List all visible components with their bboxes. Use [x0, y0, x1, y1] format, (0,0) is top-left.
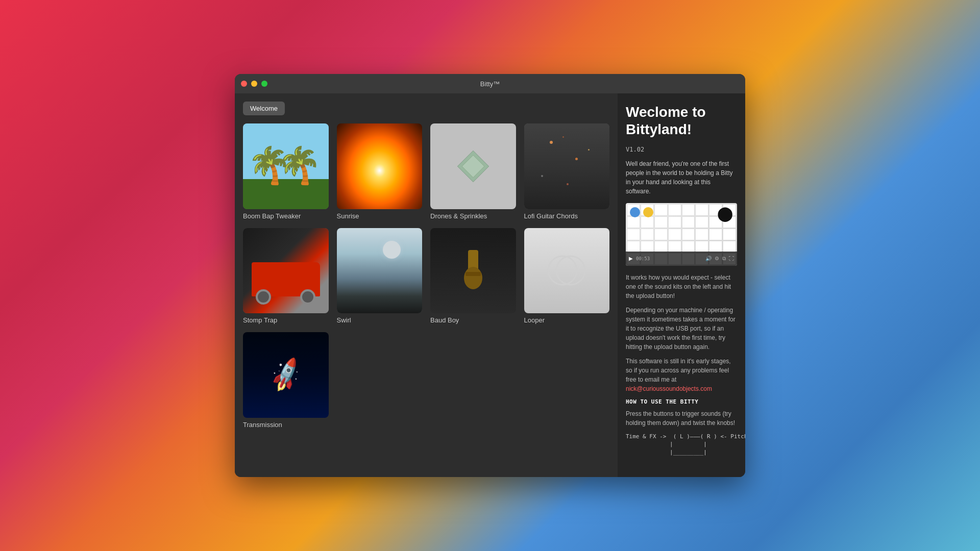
sound-name-lofi: Lofi Guitar Chords — [524, 212, 610, 220]
welcome-intro-text: Well dear friend, you're one of the firs… — [626, 159, 737, 196]
sound-item-transmission[interactable]: 🚀 Transmission — [243, 332, 329, 429]
sound-item-sunrise[interactable]: Sunrise — [337, 123, 423, 220]
window-body: Welcome 🌴 🌴 Boom Bap Tweaker — [235, 93, 745, 477]
titlebar: Bitty™ — [235, 74, 745, 93]
sound-name-baud: Baud Boy — [430, 316, 516, 324]
sound-name-drones: Drones & Sprinkles — [430, 212, 516, 220]
video-overlay-circles — [630, 207, 653, 217]
usb-note-text: Depending on your machine / operating sy… — [626, 306, 737, 352]
main-window: Bitty™ Welcome 🌴 🌴 Boom Bap Tweaker — [235, 74, 745, 477]
fullscreen-icon[interactable]: ⛶ — [729, 256, 734, 261]
traffic-lights — [241, 81, 267, 87]
sound-item-lofi[interactable]: Lofi Guitar Chords — [524, 123, 610, 220]
sound-name-looper: Looper — [524, 316, 610, 324]
sound-thumb-sunrise — [337, 123, 423, 209]
video-time: 00:53 — [636, 256, 650, 261]
sound-item-stomp[interactable]: Stomp Trap — [243, 228, 329, 324]
email-link[interactable]: nick@curioussoundobjects.com — [626, 385, 712, 392]
sound-thumb-boom-bap: 🌴 🌴 — [243, 123, 329, 209]
settings-icon[interactable]: ⚙ — [715, 256, 719, 261]
sound-item-looper[interactable]: Looper — [524, 228, 610, 324]
play-button[interactable]: ▶ — [629, 256, 633, 261]
sound-thumb-looper — [524, 228, 610, 314]
mickey-icon: ⬤ — [717, 205, 733, 222]
circle-yellow — [643, 207, 653, 217]
early-stages-text: This software is still in it's early sta… — [626, 357, 737, 393]
sound-thumb-transmission: 🚀 — [243, 332, 329, 418]
close-button[interactable] — [241, 81, 247, 87]
sound-name-stomp: Stomp Trap — [243, 316, 329, 324]
sound-item-swirl[interactable]: Swirl — [337, 228, 423, 324]
sound-thumb-baud — [430, 228, 516, 314]
how-it-works-text: It works how you would expect - select o… — [626, 273, 737, 300]
video-player[interactable]: ⬤ ▶ 00:53 🔊 ⚙ ⧉ ⛶ — [626, 203, 737, 266]
minimize-button[interactable] — [251, 81, 257, 87]
pip-icon[interactable]: ⧉ — [722, 256, 726, 262]
sound-name-boom-bap: Boom Bap Tweaker — [243, 212, 329, 220]
sound-item-baud[interactable]: Baud Boy — [430, 228, 516, 324]
sound-item-boom-bap[interactable]: 🌴 🌴 Boom Bap Tweaker — [243, 123, 329, 220]
maximize-button[interactable] — [261, 81, 267, 87]
svg-point-5 — [548, 256, 577, 285]
sound-thumb-stomp — [243, 228, 329, 314]
sound-item-drones[interactable]: Drones & Sprinkles — [430, 123, 516, 220]
right-panel: Weclome to Bittyland! V1.02 Well dear fr… — [618, 93, 745, 477]
sound-grid: 🌴 🌴 Boom Bap Tweaker Sunrise — [243, 123, 609, 429]
sound-name-transmission: Transmission — [243, 421, 329, 429]
how-to-heading: HOW TO USE THE BITTY — [626, 398, 737, 405]
sound-thumb-drones — [430, 123, 516, 209]
svg-point-3 — [464, 267, 482, 289]
sound-name-sunrise: Sunrise — [337, 212, 423, 220]
welcome-button[interactable]: Welcome — [243, 102, 285, 115]
welcome-heading: Weclome to Bittyland! — [626, 104, 737, 138]
window-title: Bitty™ — [480, 80, 500, 88]
sound-thumb-swirl — [337, 228, 423, 314]
volume-icon[interactable]: 🔊 — [705, 256, 712, 261]
device-diagram: Time & FX -> ( L )———( R ) <- Pitch | | … — [626, 433, 737, 456]
circle-blue — [630, 207, 640, 217]
sound-thumb-lofi — [524, 123, 610, 209]
svg-rect-4 — [465, 272, 481, 276]
version-tag: V1.02 — [626, 146, 737, 153]
video-controls: ▶ 00:53 🔊 ⚙ ⧉ ⛶ — [626, 252, 737, 266]
spaceship-icon: 🚀 — [266, 356, 306, 394]
sound-name-swirl: Swirl — [337, 316, 423, 324]
left-panel: Welcome 🌴 🌴 Boom Bap Tweaker — [235, 93, 618, 477]
press-buttons-text: Press the buttons to trigger sounds (try… — [626, 409, 737, 428]
svg-point-6 — [556, 256, 585, 285]
